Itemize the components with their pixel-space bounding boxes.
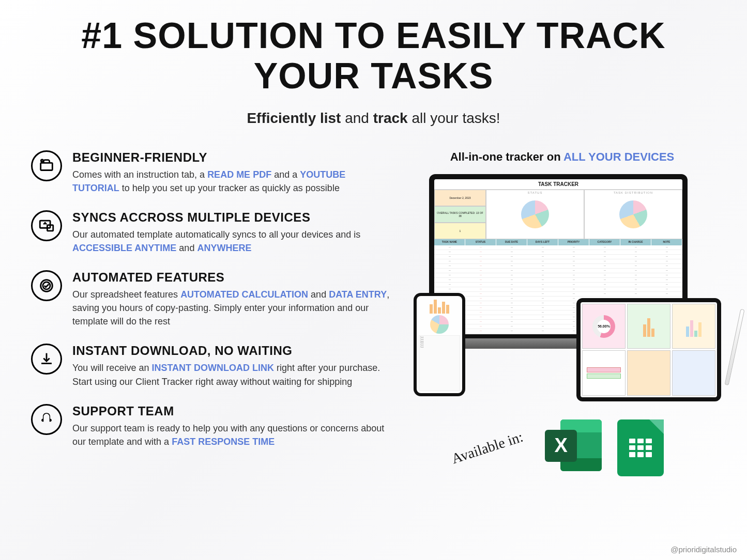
feature-sync: SYNCS ACCROSS MULTIPLE DEVICES Our autom… <box>31 210 393 255</box>
gear-check-icon <box>31 270 62 301</box>
feature-title: SUPPORT TEAM <box>72 404 393 418</box>
table-header: TASK NAMESTATUSDUE DATEDAYS LEFTPRIORITY… <box>434 239 682 245</box>
svg-rect-0 <box>41 163 53 170</box>
feature-desc: Our automated template automatically syn… <box>72 228 393 255</box>
feature-desc: You will receive an INSTANT DOWNLOAD LIN… <box>72 361 393 388</box>
google-sheets-icon <box>617 419 674 476</box>
available-in: Available in: X <box>408 419 716 476</box>
sheet-title: TASK TRACKER <box>434 179 682 190</box>
feature-title: AUTOMATED FEATURES <box>72 270 393 285</box>
main-title: #1 SOLUTION TO EASILY TRACK YOUR TASKS <box>31 15 716 97</box>
feature-download: INSTANT DOWNLOAD, NO WAITING You will re… <box>31 344 393 388</box>
feature-beginner: BEGINNER-FRIENDLY Comes with an instruct… <box>31 150 393 195</box>
device-showcase: All-in-one tracker on ALL YOUR DEVICES T… <box>408 150 716 476</box>
due-box: 1 <box>434 223 486 239</box>
stylus-icon <box>724 309 744 385</box>
download-icon <box>31 344 62 375</box>
feature-desc: Comes with an instruction tab, a READ ME… <box>72 168 393 195</box>
beginner-icon <box>31 150 62 181</box>
excel-icon: X <box>545 419 602 476</box>
support-icon <box>31 404 62 435</box>
feature-title: BEGINNER-FRIENDLY <box>72 150 393 165</box>
feature-desc: Our support team is ready to help you wi… <box>72 422 393 448</box>
status-chart: STATUS <box>486 190 584 239</box>
distribution-chart: TASK DISTRIBUTION <box>584 190 682 239</box>
credit: @prioridigitalstudio <box>670 545 737 554</box>
svg-point-1 <box>41 160 43 162</box>
available-text: Available in: <box>449 428 525 467</box>
feature-automated: AUTOMATED FEATURES Our spreadsheet featu… <box>31 270 393 328</box>
date-box: December 2, 2023 <box>434 190 486 206</box>
feature-title: SYNCS ACCROSS MULTIPLE DEVICES <box>72 210 393 225</box>
feature-support: SUPPORT TEAM Our support team is ready t… <box>31 404 393 448</box>
showcase-title: All-in-one tracker on ALL YOUR DEVICES <box>408 150 716 164</box>
features-column: BEGINNER-FRIENDLY Comes with an instruct… <box>31 150 393 476</box>
feature-desc: Our spreadsheet features AUTOMATED CALCU… <box>72 288 393 328</box>
subtitle: Efficiently list and track all your task… <box>31 110 716 127</box>
tablet-mockup: 56.00% <box>576 298 721 401</box>
phone-mockup: TaskTaskTaskTaskTaskTask <box>414 293 465 396</box>
overall-box: OVERALL TASKS COMPLETED: 13 OF 38 <box>434 206 486 223</box>
sync-icon <box>31 210 62 241</box>
feature-title: INSTANT DOWNLOAD, NO WAITING <box>72 344 393 358</box>
